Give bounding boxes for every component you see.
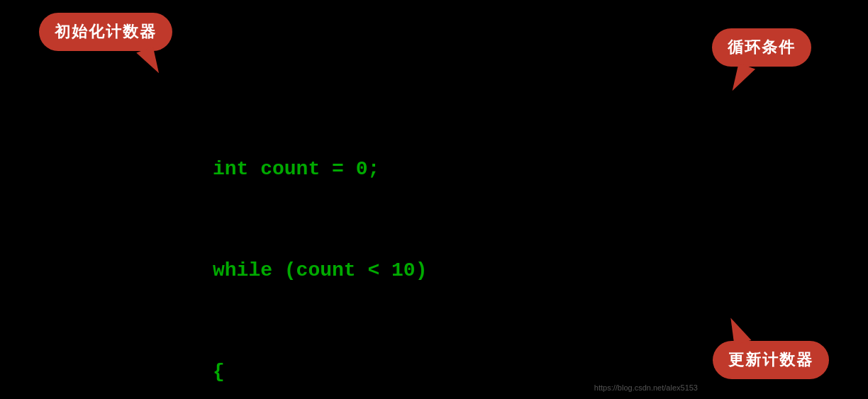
update-counter-bubble: 更新计数器 [713,341,829,379]
init-counter-label: 初始化计数器 [55,23,157,40]
code-line-1: int count = 0; [213,152,499,186]
code-line-3: { [213,355,499,389]
code-line-2: while (count < 10) [213,254,499,288]
code-block: int count = 0; while (count < 10) { prin… [213,85,499,399]
init-counter-bubble: 初始化计数器 [39,13,172,51]
watermark: https://blog.csdn.net/alex5153 [594,383,698,392]
loop-condition-bubble: 循环条件 [712,28,811,67]
loop-condition-label: 循环条件 [728,38,796,56]
update-counter-label: 更新计数器 [728,351,813,369]
